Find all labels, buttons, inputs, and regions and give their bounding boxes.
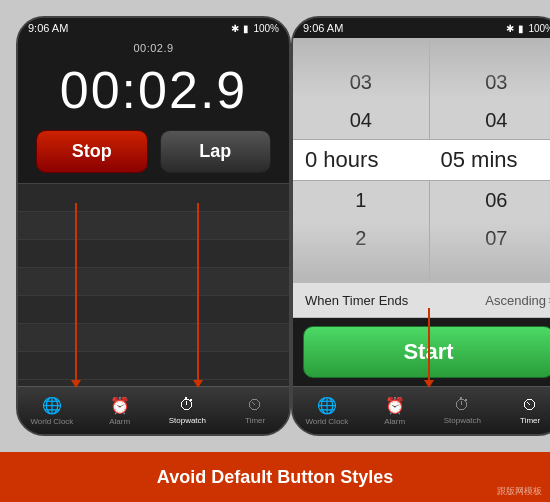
nav-timer-left[interactable]: ⏲ Timer — [221, 396, 289, 425]
right-phone: 9:06 AM ✱ ▮ 100% 03 04 0 hours 1 — [291, 16, 550, 436]
small-time-display: 00:02.9 — [18, 38, 289, 56]
alarm-icon-left: ⏰ — [110, 396, 130, 415]
alarm-icon-right: ⏰ — [385, 396, 405, 415]
timer-icon-left: ⏲ — [247, 396, 263, 414]
bottom-banner: Avoid Default Button Styles 跟版网模板 — [0, 452, 550, 502]
bottom-nav-right: 🌐 World Clock ⏰ Alarm ⏱ Stopwatch ⏲ Time… — [293, 386, 550, 434]
nav-stopwatch-left[interactable]: ⏱ Stopwatch — [154, 396, 222, 425]
when-timer-label: When Timer Ends — [305, 293, 408, 308]
nav-stopwatch-label-left: Stopwatch — [169, 416, 206, 425]
nav-world-clock-label-right: World Clock — [305, 417, 348, 426]
lap-row — [18, 268, 289, 296]
picker-cell-1-left: 1 — [293, 181, 429, 219]
picker-cell-0-selected: 0 hours — [293, 139, 429, 182]
battery-pct-right: 100% — [528, 23, 550, 34]
when-timer-value-row: Ascending › — [485, 293, 550, 308]
nav-world-clock-label-left: World Clock — [30, 417, 73, 426]
nav-world-clock-right[interactable]: 🌐 World Clock — [293, 396, 361, 426]
lap-row — [18, 184, 289, 212]
lap-row — [18, 352, 289, 380]
status-time-left: 9:06 AM — [28, 22, 68, 34]
nav-alarm-left[interactable]: ⏰ Alarm — [86, 396, 154, 426]
nav-stopwatch-right[interactable]: ⏱ Stopwatch — [429, 396, 497, 425]
nav-timer-label-right: Timer — [520, 416, 540, 425]
timer-icon-right: ⏲ — [522, 396, 538, 414]
stopwatch-icon-left: ⏱ — [179, 396, 195, 414]
big-time-display: 00:02.9 — [18, 56, 289, 130]
status-icons-left: ✱ ▮ 100% — [231, 23, 279, 34]
nav-stopwatch-label-right: Stopwatch — [444, 416, 481, 425]
lap-button[interactable]: Lap — [160, 130, 272, 173]
laps-list — [18, 183, 289, 386]
bottom-nav-left: 🌐 World Clock ⏰ Alarm ⏱ Stopwatch ⏲ Time… — [18, 386, 289, 434]
hours-selected-value: 0 hours — [305, 146, 378, 175]
nav-alarm-right[interactable]: ⏰ Alarm — [361, 396, 429, 426]
when-timer-row[interactable]: When Timer Ends Ascending › — [293, 282, 550, 318]
start-button[interactable]: Start — [303, 326, 550, 378]
lap-row — [18, 240, 289, 268]
status-bar-right: 9:06 AM ✱ ▮ 100% — [293, 18, 550, 38]
watermark: 跟版网模板 — [497, 485, 542, 498]
hours-picker-col[interactable]: 03 04 0 hours 1 2 — [293, 63, 429, 258]
when-timer-value: Ascending — [485, 293, 546, 308]
nav-timer-label-left: Timer — [245, 416, 265, 425]
nav-world-clock-left[interactable]: 🌐 World Clock — [18, 396, 86, 426]
battery-pct-left: 100% — [253, 23, 279, 34]
world-clock-icon-right: 🌐 — [317, 396, 337, 415]
lap-row — [18, 212, 289, 240]
battery-icon: ▮ — [243, 23, 249, 34]
stop-button[interactable]: Stop — [36, 130, 148, 173]
left-phone: 9:06 AM ✱ ▮ 100% 00:02.9 00:02.9 Stop La… — [16, 16, 291, 436]
time-picker[interactable]: 03 04 0 hours 1 2 03 04 05 mins 06 — [293, 38, 550, 282]
status-time-right: 9:06 AM — [303, 22, 343, 34]
nav-alarm-label-left: Alarm — [109, 417, 130, 426]
picker-cell-04-left: 04 — [293, 101, 429, 139]
world-clock-icon: 🌐 — [42, 396, 62, 415]
lap-row — [18, 324, 289, 352]
bluetooth-icon: ✱ — [231, 23, 239, 34]
mins-selected-value: 05 mins — [441, 146, 518, 175]
nav-alarm-label-right: Alarm — [384, 417, 405, 426]
picker-cell-03-left: 03 — [293, 63, 429, 101]
banner-text: Avoid Default Button Styles — [157, 467, 393, 488]
picker-cell-05-selected: 05 mins — [429, 139, 551, 182]
mins-picker-col[interactable]: 03 04 05 mins 06 07 — [429, 63, 551, 258]
nav-timer-right[interactable]: ⏲ Timer — [496, 396, 550, 425]
picker-cell-07-right: 07 — [429, 219, 551, 257]
picker-cell-03-right: 03 — [429, 63, 551, 101]
picker-cell-06-right: 06 — [429, 181, 551, 219]
status-icons-right: ✱ ▮ 100% — [506, 23, 550, 34]
action-buttons: Stop Lap — [18, 130, 289, 183]
lap-row — [18, 296, 289, 324]
picker-cell-2-left: 2 — [293, 219, 429, 257]
status-bar-left: 9:06 AM ✱ ▮ 100% — [18, 18, 289, 38]
bluetooth-icon-right: ✱ — [506, 23, 514, 34]
picker-cell-04-right: 04 — [429, 101, 551, 139]
battery-icon-right: ▮ — [518, 23, 524, 34]
stopwatch-icon-right: ⏱ — [454, 396, 470, 414]
